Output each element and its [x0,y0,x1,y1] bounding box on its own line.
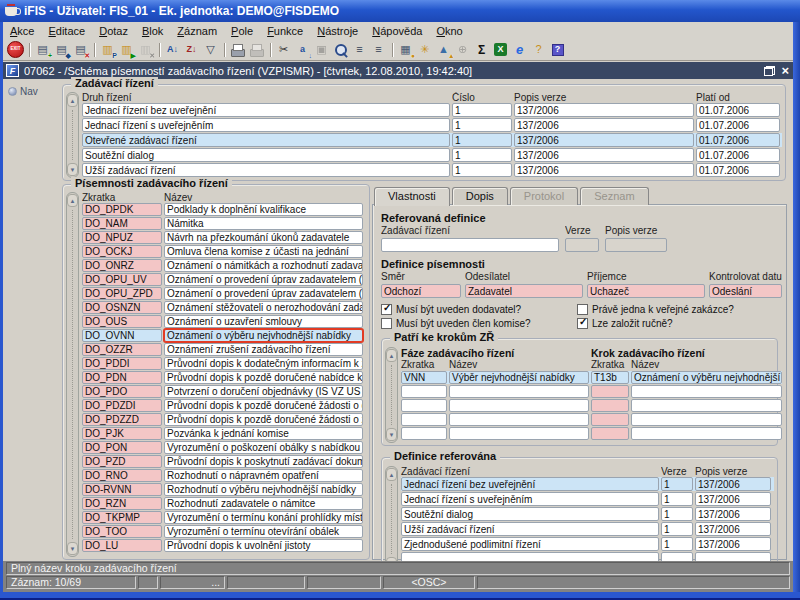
cell-plati-od[interactable]: 01.07.2006 [696,118,780,132]
ie-icon[interactable]: e [511,41,528,58]
cell-faze-zkratka[interactable]: VNN [401,371,447,384]
cell-nazev[interactable]: Oznámení o výběru nejvhodnější nabídky [164,329,363,342]
field-prijemce[interactable]: Uchazeč [587,284,705,298]
cell-verze[interactable]: 1 [661,507,693,521]
cell-nazev[interactable]: Rozhodnutí o výběru nejvhodnější nabídky [164,483,363,496]
cell-nazev[interactable]: Průvodní dopis k pozdě doručené nabídce … [164,371,363,384]
cell-plati-od[interactable]: 01.07.2006 [696,103,780,117]
print-icon[interactable] [229,41,246,58]
cell-popis-verze[interactable]: 137/2006 [514,163,694,177]
cell-nazev[interactable]: Průvodní dopis k pozdě doručené žádosti … [164,399,363,412]
cell-faze-nazev[interactable]: Výběr nejvhodnější nabídky [449,371,589,384]
cell-zkratka[interactable]: DO_RZN [82,497,162,510]
tab-vlastnosti[interactable]: Vlastnosti [374,187,450,206]
scroll-track[interactable] [72,110,73,160]
cell-popis-verze[interactable]: 137/2006 [514,148,694,162]
cell-zkratka[interactable]: DO_PDO [82,385,162,398]
cell-cislo[interactable]: 1 [452,118,512,132]
cell-nazev[interactable]: Námitka [164,217,363,230]
cell-zkratka[interactable]: DO_PDZZD [82,413,162,426]
field-kontrolovat-datum[interactable]: Odeslání [709,284,782,298]
cell-zkratka[interactable]: DO_PDDI [82,357,162,370]
enter-query-icon[interactable]: ▥P [99,41,116,58]
cell-nazev[interactable]: Průvodní dopis k pozdě doručené žádosti … [164,413,363,426]
cell-zkratka[interactable]: DO_OPU_ZPD [82,287,162,300]
cell-zkratka[interactable]: DO_OVNN [82,329,162,342]
cell-popis-verze[interactable]: 137/2006 [514,118,694,132]
cell-druh-rizeni[interactable]: Soutěžní dialog [82,148,450,162]
scroll-up-icon[interactable]: ▲ [386,349,397,362]
cell-zkratka[interactable]: DO_NAM [82,217,162,230]
cell-krok-nazev[interactable] [631,385,782,398]
scroll-down-icon[interactable]: ▼ [67,542,78,555]
cell-plati-od[interactable]: 01.07.2006 [696,148,780,162]
checkbox-box-icon[interactable] [381,304,392,315]
cell-nazev[interactable]: Potvrzení o doručení objednávky (IS VZ U… [164,385,363,398]
cell-zadavaci-rizeni[interactable]: Soutěžní dialog [401,507,659,521]
cell-zkratka[interactable]: DO_OPU_UV [82,273,162,286]
cell-zkratka[interactable]: DO_ONRZ [82,259,162,272]
cell-zadavaci-rizeni[interactable]: Užší zadávací řízení [401,522,659,536]
find-icon[interactable] [332,41,349,58]
cell-zkratka[interactable]: DO_NPUZ [82,231,162,244]
separator[interactable] [267,41,273,58]
scroll-track[interactable] [72,210,73,539]
scroll-track[interactable] [391,365,392,425]
separator[interactable] [156,41,162,58]
cell-druh-rizeni[interactable]: Užší zadávací řízení [82,163,450,177]
cell-nazev[interactable]: Oznámení o provedení úprav zadavatelem (… [164,273,363,286]
cell-zkratka[interactable]: DO_PON [82,441,162,454]
field-ref-verze[interactable] [565,238,599,252]
excel-icon[interactable]: X [492,41,509,58]
checkbox-box-icon[interactable] [577,318,588,329]
separator[interactable] [221,41,227,58]
restore-window-icon[interactable] [764,66,775,76]
sort-descending-icon[interactable]: Z↓ [183,41,200,58]
checkbox-lze-zalozit-rucne[interactable]: Lze založit ručně? [577,318,778,329]
menu-dotaz[interactable]: Dotaz [92,24,135,38]
field-smer[interactable]: Odchozí [381,284,461,298]
globe-icon[interactable]: ⊕ [454,41,471,58]
menu-blok[interactable]: Blok [135,24,170,38]
menu-akce[interactable]: Akce [3,24,41,38]
mountain-icon[interactable]: ▲▴ [435,41,452,58]
cut-icon[interactable]: ✂ [275,41,292,58]
help-currency-icon[interactable]: ? [530,41,547,58]
save-record-icon[interactable]: ▤◆ [53,41,70,58]
cell-nazev[interactable]: Omluva člena komise z účasti na jednání [164,245,363,258]
separator[interactable] [26,41,32,58]
cell-cislo[interactable]: 1 [452,103,512,117]
cell-nazev[interactable]: Průvodní dopis k uvolnění jistoty [164,539,363,552]
cell-popis-verze[interactable]: 137/2006 [695,507,771,521]
cell-nazev[interactable]: Oznámení zrušení zadávacího řízení [164,343,363,356]
cancel-query-icon[interactable]: ▥✕ [137,41,154,58]
scroll-up-icon[interactable]: ▲ [386,468,397,481]
cell-krok-nazev[interactable] [631,413,782,426]
cell-zadavaci-rizeni[interactable]: Zjednodušené podlimitní řízení [401,537,659,551]
cell-plati-od[interactable]: 01.07.2006 [696,163,780,177]
print-preview-icon[interactable] [248,41,265,58]
kroky-scrollbar[interactable]: ▲ ▼ [385,347,398,443]
scroll-up-icon[interactable]: ▲ [67,194,78,207]
cell-zkratka[interactable]: DO-RVNN [82,483,162,496]
cell-krok-nazev[interactable] [631,427,782,440]
close-icon[interactable]: × [781,64,789,77]
paste-icon[interactable]: a↓ [294,41,311,58]
cell-nazev[interactable]: Průvodní dopis k dodatečným informacím k… [164,357,363,370]
cell-faze-zkratka[interactable] [401,399,447,412]
field-ref-zadavaci-rizeni[interactable] [381,238,559,252]
cell-verze[interactable]: 1 [661,537,693,551]
checkbox-prave-jedna-k-verejne-zakazce[interactable]: Právě jedna k veřejné zakázce? [577,304,778,315]
cell-krok-zkratka[interactable] [591,399,629,412]
menu-okno[interactable]: Okno [429,24,469,38]
cell-krok-zkratka[interactable] [591,385,629,398]
block-list-icon[interactable]: ≡ [370,41,387,58]
cell-krok-zkratka[interactable] [591,413,629,426]
cell-krok-nazev[interactable]: Oznámení o výběru nejvhodnější nabídky [631,371,782,384]
cell-zkratka[interactable]: DO_DPDK [82,203,162,216]
helm-icon[interactable]: ✳ [416,41,433,58]
cell-plati-od[interactable]: 01.07.2006 [696,133,780,147]
cell-faze-zkratka[interactable] [401,413,447,426]
delete-record-icon[interactable]: ▤✕ [72,41,89,58]
cell-verze[interactable]: 1 [661,477,693,491]
